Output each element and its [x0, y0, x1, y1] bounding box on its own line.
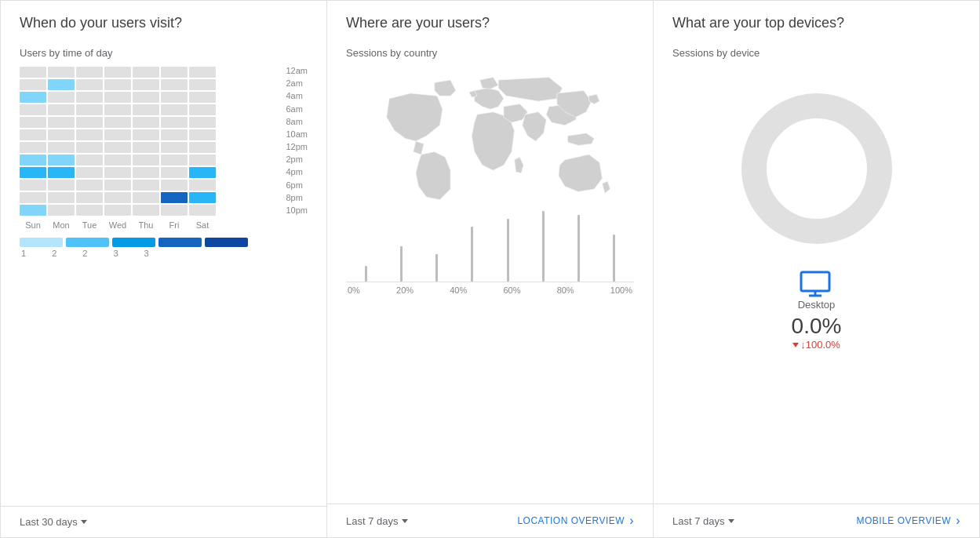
donut-chart-container — [672, 67, 960, 263]
panel3-period[interactable]: Last 7 days — [672, 515, 734, 527]
heatmap-cell — [161, 154, 188, 165]
heatmap-cell — [133, 92, 159, 103]
mobile-overview-label: MOBILE OVERVIEW — [857, 515, 952, 526]
legend-num: 2 — [52, 249, 56, 258]
heatmap-cell — [104, 67, 131, 78]
heatmap-cell — [133, 67, 159, 78]
legend-bar — [112, 238, 155, 247]
legend-bar — [205, 238, 248, 247]
location-overview-link[interactable]: LOCATION OVERVIEW › — [517, 514, 634, 528]
heatmap-cell — [189, 142, 216, 153]
day-labels: SunMonTueWedThuFriSat — [20, 220, 308, 230]
heatmap-cell — [48, 167, 75, 178]
heatmap-row — [20, 129, 279, 140]
heatmap-cell — [20, 129, 46, 140]
legend-numbers: 12233 — [20, 249, 308, 258]
heatmap-cell — [189, 205, 216, 216]
heatmap-cell — [161, 79, 188, 90]
panel3-header: What are your top devices? — [654, 1, 979, 39]
time-label: 10pm — [286, 205, 308, 216]
heatmap-grid — [20, 67, 279, 216]
day-label: Tue — [76, 220, 103, 230]
bar-chart-area: 0%20%40%60%80%100% — [346, 220, 634, 295]
panel3-content: Sessions by device Desktop 0.0% ↓100.0% — [654, 39, 979, 503]
heatmap-row — [20, 192, 279, 203]
heatmap-cell — [20, 92, 46, 103]
heatmap-cell — [104, 129, 131, 140]
panel3-footer: Last 7 days MOBILE OVERVIEW › — [654, 503, 979, 537]
time-label: 10am — [286, 129, 308, 140]
bar-item — [424, 220, 449, 282]
heatmap-cell — [189, 117, 216, 128]
device-change: ↓100.0% — [792, 339, 840, 351]
heatmap-row — [20, 92, 279, 103]
heatmap-cell — [189, 79, 216, 90]
chevron-down-icon — [81, 520, 87, 524]
legend-num: 3 — [113, 249, 118, 258]
heatmap-cell — [48, 92, 75, 103]
heatmap-cell — [133, 79, 159, 90]
day-label: Mon — [48, 220, 75, 230]
panel2-content: Sessions by country — [327, 39, 653, 503]
heatmap-cell — [76, 129, 103, 140]
heatmap-cell — [20, 104, 46, 115]
heatmap-cell — [104, 79, 131, 90]
heatmap-cell — [133, 180, 159, 191]
bar — [471, 227, 473, 282]
heatmap-cell — [161, 67, 188, 78]
heatmap-cell — [48, 117, 75, 128]
heatmap-cell — [161, 92, 188, 103]
svg-point-1 — [754, 106, 880, 231]
heatmap-cell — [48, 142, 75, 153]
day-label: Sun — [20, 220, 46, 230]
heatmap-cell — [104, 192, 131, 203]
heatmap-area: 12am2am4am6am8am10am12pm2pm4pm6pm8pm10pm — [20, 67, 308, 216]
panel2-period-label: Last 7 days — [346, 515, 399, 527]
chevron-down-icon-3 — [728, 519, 734, 523]
heatmap-row — [20, 142, 279, 153]
bar — [577, 215, 580, 282]
panel1-period[interactable]: Last 30 days — [20, 516, 87, 528]
legend-bar — [20, 238, 63, 247]
panel2-period[interactable]: Last 7 days — [346, 515, 408, 527]
heatmap-cell — [161, 142, 188, 153]
heatmap-cell — [104, 180, 131, 191]
bar-item — [531, 220, 556, 282]
axis-label: 20% — [396, 285, 413, 295]
heatmap-cell — [161, 180, 188, 191]
heatmap-cell — [20, 142, 46, 153]
panel1-subtitle: Users by time of day — [20, 47, 308, 59]
heatmap-cell — [76, 180, 103, 191]
panel2-subtitle: Sessions by country — [346, 47, 634, 59]
heatmap-cell — [104, 92, 131, 103]
bar-item — [602, 220, 626, 282]
bar-item — [460, 220, 484, 282]
world-map-svg — [357, 67, 624, 216]
mobile-overview-link[interactable]: MOBILE OVERVIEW › — [857, 514, 960, 528]
heatmap-row — [20, 205, 279, 216]
panel2-footer: Last 7 days LOCATION OVERVIEW › — [327, 503, 653, 537]
heatmap-cell — [20, 205, 46, 216]
heatmap-cell — [133, 129, 159, 140]
heatmap-cell — [161, 205, 188, 216]
bar — [365, 266, 367, 282]
axis-label: 100% — [610, 285, 632, 295]
heatmap-row — [20, 117, 279, 128]
heatmap-cell — [76, 205, 103, 216]
bar-item — [496, 220, 520, 282]
heatmap-cell — [104, 167, 131, 178]
device-change-value: ↓100.0% — [800, 339, 840, 351]
time-labels: 12am2am4am6am8am10am12pm2pm4pm6pm8pm10pm — [282, 67, 308, 216]
heatmap-cell — [189, 67, 216, 78]
heatmap-cell — [161, 117, 188, 128]
arrow-down-icon — [792, 343, 799, 347]
time-label: 4am — [286, 90, 308, 101]
bar — [542, 211, 545, 282]
heatmap-cell — [189, 92, 216, 103]
legend: 12233 — [20, 238, 308, 258]
heatmap-cell — [48, 192, 75, 203]
bar-item — [354, 220, 378, 282]
time-label: 4pm — [286, 166, 308, 177]
time-label: 8pm — [286, 192, 308, 203]
panel1-header: When do your users visit? — [1, 1, 326, 39]
